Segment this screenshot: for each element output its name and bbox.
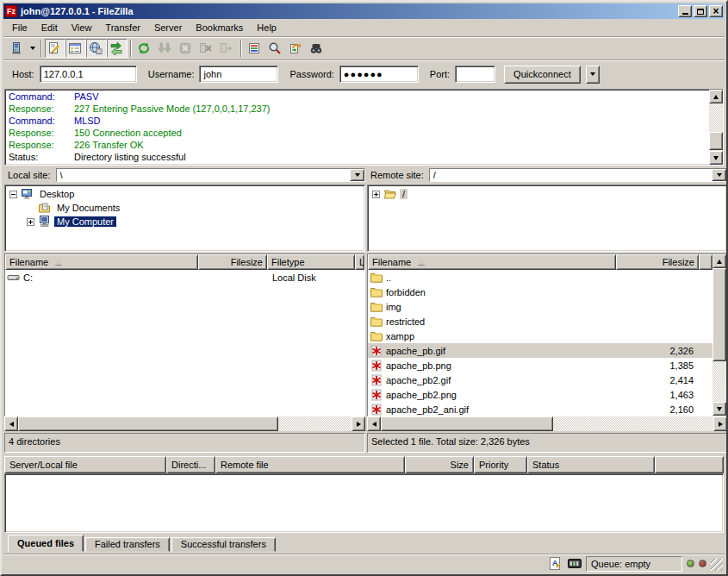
quickconnect-dropdown-button[interactable]	[586, 66, 600, 84]
tree-item[interactable]: Desktop	[5, 187, 364, 201]
host-input[interactable]	[40, 66, 137, 83]
menu-file[interactable]: File	[5, 20, 34, 35]
scroll-thumb[interactable]	[381, 416, 553, 431]
scroll-left-button[interactable]	[367, 416, 381, 431]
file-row[interactable]: img	[368, 299, 712, 314]
disconnect-button[interactable]	[196, 39, 217, 58]
quickconnect-button[interactable]: Quickconnect	[504, 66, 581, 84]
scroll-thumb[interactable]	[712, 268, 726, 361]
resize-grip[interactable]	[711, 559, 723, 571]
file-row[interactable]: ..	[368, 270, 712, 285]
log-row: Response:226 Transfer OK	[9, 139, 709, 151]
scroll-down-button[interactable]	[709, 151, 723, 165]
scroll-up-button[interactable]	[712, 254, 726, 268]
scroll-right-button[interactable]	[713, 416, 727, 431]
title-bar[interactable]: Fz john@127.0.0.1 - FileZilla ×	[3, 3, 725, 19]
file-size-cell: 2,326	[616, 346, 699, 356]
minimize-button[interactable]	[678, 5, 692, 17]
scroll-thumb[interactable]	[18, 416, 278, 431]
file-row[interactable]: restricted	[368, 314, 712, 329]
tab-successful-transfers[interactable]: Successful transfers	[171, 537, 276, 552]
tab-queued-files[interactable]: Queued files	[8, 535, 84, 552]
scroll-right-button[interactable]	[352, 416, 365, 431]
password-input[interactable]	[339, 66, 419, 83]
menu-help[interactable]: Help	[250, 20, 283, 35]
tree-item[interactable]: /	[368, 187, 726, 201]
tab-failed-transfers[interactable]: Failed transfers	[85, 537, 170, 552]
expand-plus-icon[interactable]	[27, 218, 34, 226]
expand-plus-icon[interactable]	[372, 191, 380, 198]
remote-treeview-button[interactable]	[86, 39, 107, 58]
column-header-filename[interactable]: Filename	[5, 254, 198, 270]
triangle-right-icon	[357, 422, 361, 427]
reconnect-button[interactable]	[217, 39, 238, 58]
column-header-l[interactable]: L	[355, 254, 364, 270]
file-name-cell: ..	[368, 271, 616, 284]
file-row[interactable]: forbidden	[368, 285, 712, 299]
column-header-filesize[interactable]: Filesize	[198, 254, 267, 270]
file-row[interactable]: xampp	[368, 329, 712, 343]
speed-limit-icon	[567, 556, 582, 571]
image-file-icon	[370, 373, 383, 386]
compare-button[interactable]	[307, 39, 327, 58]
sync-browsing-button[interactable]	[286, 39, 307, 58]
window-title: john@127.0.0.1 - FileZilla	[21, 6, 678, 16]
column-header-filename[interactable]: Filename	[368, 254, 616, 270]
port-input[interactable]	[455, 66, 495, 83]
file-row[interactable]: apache_pb.gif2,326	[368, 343, 712, 358]
tree-item[interactable]: My Computer	[5, 215, 364, 229]
close-button[interactable]: ×	[709, 5, 723, 17]
message-log-button[interactable]	[45, 39, 65, 58]
remote-horizontal-scrollbar[interactable]	[367, 416, 727, 431]
log-vertical-scrollbar[interactable]	[709, 90, 723, 165]
remote-site-combobox[interactable]	[429, 168, 727, 182]
column-header-filetype[interactable]: Filetype	[267, 254, 355, 270]
menu-transfer[interactable]: Transfer	[98, 20, 147, 35]
file-row[interactable]: C:Local Disk	[5, 270, 364, 285]
collapse-minus-icon[interactable]	[9, 191, 17, 198]
local-site-dropdown-button[interactable]	[350, 169, 364, 181]
menu-server[interactable]: Server	[147, 20, 189, 35]
tree-item[interactable]: My Documents	[5, 201, 364, 215]
filter-button[interactable]	[245, 39, 265, 58]
file-row[interactable]: apache_pb2.png1,463	[368, 387, 712, 402]
chevron-down-icon	[355, 173, 360, 177]
column-header-filesize[interactable]: Filesize	[616, 254, 699, 270]
queue-column-remotefile[interactable]: Remote file	[215, 456, 405, 473]
refresh-button[interactable]	[134, 39, 155, 58]
recv-indicator-led	[687, 560, 694, 567]
local-treeview-button[interactable]	[65, 39, 86, 58]
menu-view[interactable]: View	[65, 20, 99, 35]
queue-column-directi[interactable]: Directi...	[166, 456, 215, 473]
file-row[interactable]: apache_pb2.gif2,414	[368, 373, 712, 387]
file-row[interactable]: apache_pb.png1,385	[368, 358, 712, 373]
scroll-left-button[interactable]	[4, 416, 18, 431]
scroll-down-button[interactable]	[712, 402, 726, 416]
queue-column-size[interactable]: Size	[405, 456, 474, 473]
username-input[interactable]	[199, 66, 278, 83]
remote-vertical-scrollbar[interactable]	[712, 254, 726, 416]
cancel-button[interactable]	[176, 39, 196, 58]
scroll-thumb[interactable]	[709, 132, 723, 150]
file-row[interactable]: apache_pb2_ani.gif2,160	[368, 402, 712, 416]
log-row: Response:227 Entering Passive Mode (127,…	[9, 103, 709, 115]
local-site-input[interactable]	[57, 169, 350, 181]
file-size-cell: 2,414	[616, 375, 699, 385]
maximize-button[interactable]	[694, 5, 707, 17]
remote-site-dropdown-button[interactable]	[712, 169, 726, 181]
site-manager-button[interactable]	[7, 39, 28, 58]
menu-edit[interactable]: Edit	[34, 20, 65, 35]
queue-column-serverlocalfile[interactable]: Server/Local file	[4, 456, 166, 473]
transfer-queue-button[interactable]	[107, 39, 128, 58]
local-site-combobox[interactable]	[56, 168, 365, 182]
local-horizontal-scrollbar[interactable]	[4, 416, 365, 431]
scroll-up-button[interactable]	[709, 90, 723, 103]
process-queue-button[interactable]	[155, 39, 176, 58]
queue-column-status[interactable]: Status	[527, 456, 655, 473]
queue-column-priority[interactable]: Priority	[474, 456, 527, 473]
port-label: Port:	[430, 69, 450, 79]
site-manager-dropdown-button[interactable]	[28, 39, 38, 58]
menu-bookmarks[interactable]: Bookmarks	[189, 20, 250, 35]
remote-site-input[interactable]	[430, 169, 712, 181]
file-search-button[interactable]	[265, 39, 286, 58]
